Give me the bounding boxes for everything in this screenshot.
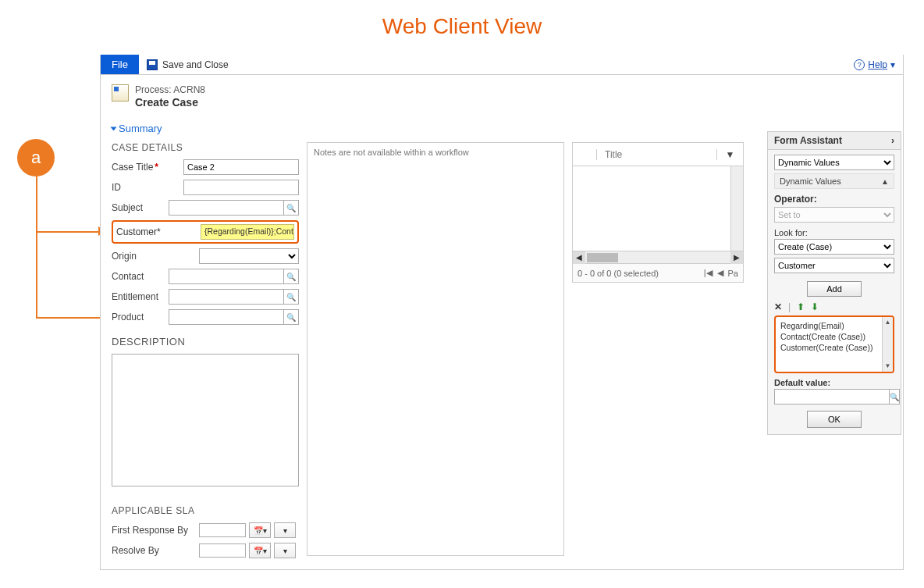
description-textarea[interactable] [112, 354, 299, 486]
listbox-scrollbar[interactable]: ▲ ▼ [882, 317, 893, 372]
first-response-label: First Response By [112, 525, 199, 536]
help-icon: ? [854, 59, 865, 70]
entitlement-input[interactable] [169, 289, 283, 305]
customer-input[interactable]: {Regarding(Email)};Contact(Cr [201, 224, 294, 240]
form-assistant-panel: Form Assistant › Dynamic Values Dynamic … [767, 131, 901, 435]
ok-button[interactable]: OK [807, 411, 862, 428]
subject-input[interactable] [169, 200, 283, 216]
contact-lookup-button[interactable]: 🔍 [283, 269, 299, 284]
grid-prev-page-icon[interactable]: ◀ [717, 268, 723, 278]
contact-label: Contact [112, 271, 169, 282]
lookfor-entity-select[interactable]: Create (Case) [774, 239, 894, 255]
section-collapse-icon[interactable]: ▲ [881, 177, 889, 186]
add-button[interactable]: Add [807, 281, 862, 297]
default-value-input[interactable] [774, 389, 889, 404]
form-assistant-title: Form Assistant [774, 135, 842, 146]
header-area: Process: ACRN8 Create Case Summary [101, 75, 903, 139]
entitlement-lookup-button[interactable]: 🔍 [283, 289, 299, 305]
notes-panel: Notes are not available within a workflo… [307, 142, 564, 556]
id-label: ID [112, 182, 183, 193]
case-title-input[interactable] [183, 159, 299, 175]
grid-body [573, 166, 743, 251]
subject-label: Subject [112, 202, 169, 213]
move-up-icon[interactable]: ⬆ [797, 301, 805, 312]
subject-lookup-button[interactable]: 🔍 [283, 200, 299, 216]
grid-filter-icon[interactable]: ▼ [716, 149, 743, 160]
case-details-heading: CASE DETAILS [112, 142, 299, 153]
process-label: Process: ACRN8 [135, 84, 205, 95]
scroll-right-icon[interactable]: ▶ [730, 251, 743, 264]
caret-icon [111, 127, 117, 130]
chevron-down-icon: ▾ [890, 59, 895, 70]
description-heading: DESCRIPTION [112, 336, 299, 347]
move-down-icon[interactable]: ⬇ [811, 301, 819, 312]
product-label: Product [112, 312, 169, 323]
fa-top-select[interactable]: Dynamic Values [774, 155, 894, 170]
first-response-date[interactable] [199, 523, 246, 537]
contact-input[interactable] [169, 269, 283, 284]
grid-page-label: Pa [728, 269, 738, 278]
origin-select[interactable] [199, 248, 299, 264]
annotation-line [36, 176, 37, 231]
page-title: Web Client View [0, 0, 924, 44]
annotation-line [36, 231, 100, 233]
id-input[interactable] [183, 180, 299, 195]
toolbar: File Save and Close ? Help ▾ [101, 55, 903, 75]
process-icon [112, 84, 129, 102]
product-lookup-button[interactable]: 🔍 [283, 309, 299, 325]
resolve-by-label: Resolve By [112, 545, 199, 556]
summary-section-toggle[interactable]: Summary [112, 123, 162, 134]
save-and-close-button[interactable]: Save and Close [139, 55, 236, 74]
scroll-left-icon[interactable]: ◀ [573, 251, 585, 264]
app-window: File Save and Close ? Help ▾ Process: AC… [100, 55, 904, 570]
resolve-by-date[interactable] [199, 543, 246, 558]
file-menu[interactable]: File [101, 55, 139, 74]
grid-vertical-scrollbar[interactable] [730, 166, 743, 251]
fa-section-header[interactable]: Dynamic Values ▲ [774, 173, 894, 189]
resolve-by-calendar-button[interactable]: 📅▾ [249, 543, 271, 558]
subgrid-panel: Title ▼ ◀ ▶ 0 - 0 of 0 (0 selected) |◀ ◀ [572, 142, 744, 283]
origin-label: Origin [112, 251, 199, 262]
entitlement-label: Entitlement [112, 291, 169, 302]
grid-column-title[interactable]: Title [596, 149, 716, 160]
save-and-close-label: Save and Close [162, 59, 229, 70]
first-response-time-button[interactable]: ▾ [274, 522, 296, 538]
notes-placeholder: Notes are not available within a workflo… [314, 148, 557, 157]
grid-first-page-icon[interactable]: |◀ [704, 268, 713, 278]
grid-footer: 0 - 0 of 0 (0 selected) |◀ ◀ Pa [573, 263, 743, 282]
summary-label: Summary [119, 123, 162, 134]
first-response-calendar-button[interactable]: 📅▾ [249, 522, 271, 538]
list-item[interactable]: Contact(Create (Case)) [780, 331, 888, 342]
sla-heading: APPLICABLE SLA [112, 505, 299, 516]
customer-label: Customer* [116, 226, 201, 237]
entity-title: Create Case [135, 96, 205, 109]
list-item[interactable]: Regarding(Email) [780, 320, 888, 331]
lookfor-attribute-select[interactable]: Customer [774, 258, 894, 273]
case-title-label: Case Title* [112, 162, 183, 173]
scroll-thumb[interactable] [587, 253, 618, 262]
help-menu[interactable]: ? Help ▾ [854, 55, 903, 74]
save-icon [147, 59, 158, 70]
lookfor-label: Look for: [774, 228, 894, 237]
dynamic-values-listbox[interactable]: Regarding(Email) Contact(Create (Case)) … [774, 315, 894, 373]
case-details-column: CASE DETAILS Case Title* ID Subject 🔍 [101, 139, 299, 563]
remove-icon[interactable]: ✕ [774, 301, 782, 312]
grid-horizontal-scrollbar[interactable]: ◀ ▶ [573, 251, 743, 263]
customer-row-highlighted: Customer* {Regarding(Email)};Contact(Cr [112, 220, 299, 244]
operator-select: Set to [774, 207, 894, 223]
resolve-by-time-button[interactable]: ▾ [274, 543, 296, 558]
annotation-badge-a: a [17, 139, 55, 176]
list-item[interactable]: Customer(Create (Case)) [780, 342, 888, 353]
collapse-icon[interactable]: › [891, 135, 894, 146]
grid-status-text: 0 - 0 of 0 (0 selected) [578, 269, 659, 278]
default-value-label: Default value: [774, 378, 894, 387]
help-label: Help [868, 59, 887, 70]
default-value-lookup-button[interactable]: 🔍 [889, 389, 900, 404]
operator-heading: Operator: [774, 194, 894, 205]
annotation-line [36, 231, 37, 317]
product-input[interactable] [169, 309, 283, 325]
